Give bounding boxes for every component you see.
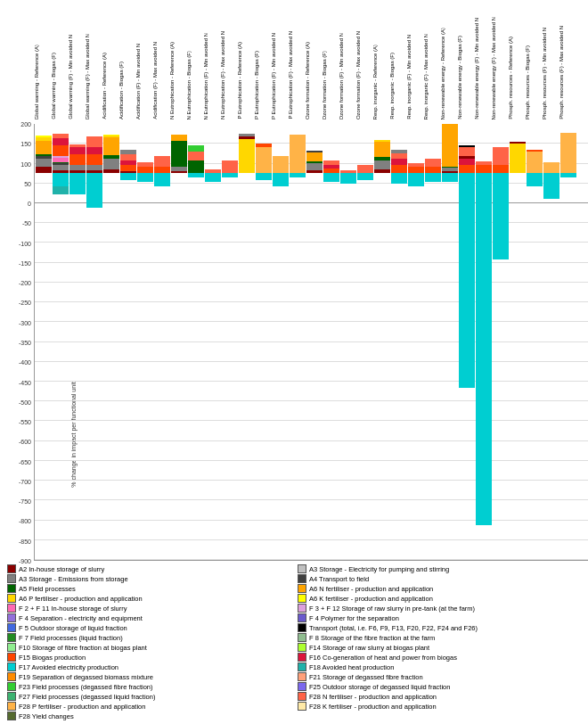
y-tick-0: 0 bbox=[28, 201, 31, 207]
bar-segment-A3b bbox=[442, 168, 458, 171]
bar-segment-F28N bbox=[459, 147, 475, 156]
y-tick-200: 200 bbox=[20, 121, 31, 128]
legend-label-A6P: A6 P fertiliser - production and applica… bbox=[19, 595, 143, 603]
x-label-16: Ozone formation - Reference (A) bbox=[305, 42, 322, 119]
bar-segment-neg-F18 bbox=[53, 186, 69, 195]
bar-segment-F15 bbox=[425, 167, 441, 173]
legend-item-F2F11: F 2 + F 11 In-house storage of slurry bbox=[7, 604, 290, 613]
legend-item-A6N: A6 N fertiliser - production and applica… bbox=[298, 584, 581, 593]
bar-segment-A6P bbox=[103, 136, 119, 137]
legend-label-F8: F 8 Storage of the fibre fraction at the… bbox=[309, 634, 435, 642]
bar-segment-F28N bbox=[425, 159, 441, 168]
legend-label-F28P: F28 P fertiliser - production and applic… bbox=[19, 703, 145, 711]
y-tick--850: -850 bbox=[19, 538, 31, 544]
bar-segment-neg-F17 bbox=[442, 173, 458, 182]
legend-swatch-F28P bbox=[7, 702, 16, 711]
legend-item-F28P: F28 P fertiliser - production and applic… bbox=[7, 702, 290, 711]
bar-segment-F28N bbox=[323, 160, 339, 165]
x-label-26: Non-renewable energy (F) - Min avoided N bbox=[474, 18, 491, 119]
y-tick-100: 100 bbox=[20, 160, 31, 167]
legend-swatch-F14 bbox=[298, 643, 306, 652]
bar-segment-A5 bbox=[171, 141, 187, 167]
legend-swatch-F18 bbox=[298, 662, 306, 671]
bar-segment-A3b bbox=[120, 150, 136, 154]
x-label-31: Phosph. resources (F) - Max avoided N bbox=[559, 26, 576, 119]
bar-segment-F28N bbox=[137, 162, 153, 167]
bar-segment-A3b bbox=[171, 167, 187, 171]
legend-label-F15: F15 Biogas production bbox=[19, 654, 86, 662]
bar-segment-neg-F17 bbox=[391, 173, 407, 184]
bar-segment-F28N bbox=[188, 152, 204, 160]
bar-segment-F28N bbox=[391, 153, 407, 159]
bar-column-28 bbox=[509, 124, 526, 560]
legend-label-A6K: A6 K fertiliser - production and applica… bbox=[309, 595, 433, 603]
bar-column-11 bbox=[221, 124, 238, 560]
bar-segment-Trans bbox=[459, 145, 475, 147]
y-tick--650: -650 bbox=[19, 458, 31, 465]
bar-column-4 bbox=[102, 124, 119, 560]
legend-item-F10: F10 Storage of fibre fraction at biogas … bbox=[7, 643, 290, 652]
bar-segment-F28N bbox=[120, 154, 136, 160]
bar-segment-F28P bbox=[273, 156, 289, 173]
legend-item-A5: A5 Field processes bbox=[7, 584, 290, 593]
legend-item-F18: F18 Avoided heat production bbox=[298, 662, 581, 671]
legend-swatch-F15 bbox=[7, 653, 16, 662]
legend-label-Trans: Transport (total, i.e. F6, F9, F13, F20,… bbox=[309, 624, 478, 632]
bar-segment-F16 bbox=[86, 147, 102, 153]
y-tick--600: -600 bbox=[19, 439, 31, 445]
bar-segment-F16 bbox=[323, 165, 339, 169]
bar-segment-F28N bbox=[408, 163, 424, 167]
bar-segment-F16 bbox=[69, 147, 86, 153]
legend-swatch-F4b bbox=[298, 613, 306, 622]
bar-column-25 bbox=[458, 124, 475, 560]
y-tick--300: -300 bbox=[19, 319, 31, 325]
bar-segment-A2 bbox=[374, 169, 390, 174]
bar-segment-F15 bbox=[120, 165, 136, 171]
legend-swatch-A4 bbox=[298, 574, 306, 583]
legend-item-A6K: A6 K fertiliser - production and applica… bbox=[298, 594, 581, 603]
bar-segment-A2 bbox=[36, 167, 52, 173]
legend-swatch-F28N bbox=[298, 692, 306, 701]
legend-swatch-F28K bbox=[298, 702, 306, 711]
bar-segment-neg-F17 bbox=[323, 173, 339, 182]
legend-area: A2 In-house storage of slurryA3 Storage … bbox=[0, 561, 588, 724]
bar-column-22 bbox=[407, 124, 424, 560]
bar-column-6 bbox=[136, 124, 153, 560]
legend-swatch-F8 bbox=[298, 633, 306, 642]
bar-column-10 bbox=[204, 124, 221, 560]
bars-area bbox=[35, 124, 588, 560]
bar-segment-neg-F17 bbox=[256, 173, 272, 179]
x-label-11: N Eutrophication (F) - Max avoided N bbox=[220, 31, 237, 119]
legend-item-F17: F17 Avoided electricity production bbox=[7, 662, 290, 671]
bar-column-0 bbox=[35, 124, 52, 560]
bar-segment-neg-F17 bbox=[543, 173, 559, 199]
y-tick--200: -200 bbox=[19, 280, 31, 286]
legend-swatch-A6P bbox=[7, 594, 16, 603]
legend-item-F19: F19 Separation of degassed biomass mixtu… bbox=[7, 672, 290, 681]
x-label-25: Non-renewable energy - Biogas (F) bbox=[457, 36, 474, 119]
legend-label-F28K: F28 K fertiliser - production and applic… bbox=[309, 703, 437, 711]
y-tick--450: -450 bbox=[19, 379, 31, 385]
legend-item-F21: F21 Storage of degassed fibre fraction bbox=[298, 672, 581, 681]
bar-segment-A5 bbox=[374, 157, 390, 160]
x-label-12: P Eutrophication - Reference (A) bbox=[237, 42, 254, 119]
legend-item-A3b: A3 Storage - Emissions from storage bbox=[7, 574, 290, 583]
x-label-30: Phosph. resources (F) - Min avoided N bbox=[542, 28, 559, 119]
bar-segment-F28N bbox=[476, 161, 492, 165]
legend-label-F17: F17 Avoided electricity production bbox=[19, 663, 118, 671]
bar-segment-A2 bbox=[459, 156, 475, 158]
bar-segment-neg-F17 bbox=[425, 173, 441, 182]
legend-swatch-A2 bbox=[7, 564, 16, 573]
bar-segment-neg-F17 bbox=[137, 173, 153, 182]
bar-segment-A5 bbox=[306, 161, 323, 163]
legend-item-F27: F27 Field processes (degassed liquid fra… bbox=[7, 692, 290, 701]
bar-column-20 bbox=[373, 124, 390, 560]
legend-swatch-F5 bbox=[7, 623, 16, 632]
x-label-17: Ozone formation - Biogas (F) bbox=[322, 51, 339, 119]
bar-segment-A6N bbox=[171, 135, 187, 141]
bar-segment-A6P bbox=[510, 144, 526, 174]
bar-column-26 bbox=[475, 124, 492, 560]
x-label-27: Non-renewable energy (F) - Max avoided N bbox=[491, 17, 508, 119]
bar-segment-F16 bbox=[53, 138, 69, 144]
legend-item-F4b: F 4 Polymer for the separation bbox=[298, 613, 581, 622]
